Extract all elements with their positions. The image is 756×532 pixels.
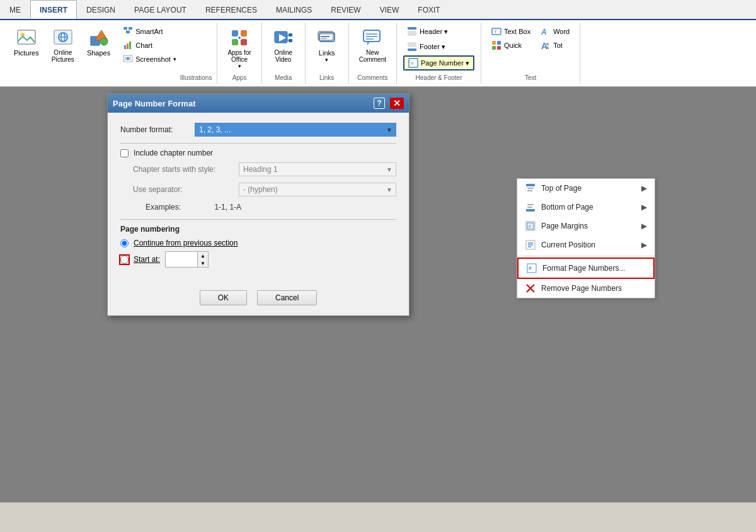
tab-design[interactable]: DESIGN: [77, 1, 125, 19]
svg-text:A: A: [541, 28, 547, 37]
svg-rect-21: [232, 30, 238, 37]
wordart-icon: A: [541, 26, 551, 37]
svg-rect-30: [289, 39, 292, 42]
media-group-label: Media: [275, 72, 292, 81]
format-icon: #: [526, 263, 537, 274]
top-of-page-label: Top of Page: [541, 184, 581, 193]
page-number-dropdown: Top of Page ▶ Bottom of Page ▶ #: [517, 178, 655, 298]
smartart-button[interactable]: SmartArt: [119, 25, 180, 38]
apps-label2: Office: [231, 56, 248, 63]
chart-label: Chart: [135, 42, 152, 49]
svg-rect-65: [526, 209, 535, 212]
chart-icon: [123, 40, 133, 50]
svg-rect-46: [408, 27, 416, 30]
wordart-button[interactable]: A Word: [537, 25, 573, 38]
online-pictures-label2: Pictures: [52, 56, 74, 63]
chapter-style-select[interactable]: Heading 1 Heading 2 Heading 3: [239, 162, 396, 176]
svg-rect-49: [408, 48, 416, 51]
svg-text:#: #: [529, 224, 531, 229]
tab-review[interactable]: REVIEW: [321, 1, 370, 19]
start-at-spinbox[interactable]: ▲ ▼: [165, 251, 209, 268]
current-position-label: Current Position: [541, 241, 595, 249]
smartart-label: SmartArt: [135, 28, 163, 35]
new-comment-label: New: [366, 49, 379, 56]
svg-rect-56: [492, 46, 496, 50]
include-chapter-label: Include chapter number: [134, 149, 213, 157]
media-label: Online: [274, 49, 292, 56]
format-page-numbers-item[interactable]: # Format Page Numbers...: [517, 258, 655, 279]
include-chapter-checkbox[interactable]: [120, 149, 129, 157]
page-number-label: Page Number ▾: [421, 59, 469, 67]
dropcap-button[interactable]: A a a Tot: [537, 39, 573, 52]
new-comment-button[interactable]: New Comment: [355, 25, 390, 65]
footer-icon: [407, 42, 417, 52]
tab-insert[interactable]: INSERT: [30, 0, 77, 19]
tab-foxit[interactable]: FOXIT: [408, 1, 449, 19]
screenshot-arrow[interactable]: ▾: [173, 56, 176, 62]
dialog-close-button[interactable]: ✕: [390, 98, 404, 109]
pictures-button[interactable]: Pictures: [10, 25, 43, 59]
apps-group: Apps for Office ▾ Apps: [217, 23, 261, 84]
footer-button[interactable]: Footer ▾: [403, 40, 474, 53]
dialog-help-button[interactable]: ?: [374, 98, 385, 109]
tab-view[interactable]: VIEW: [370, 1, 409, 19]
svg-text:#: #: [411, 60, 414, 66]
bottom-of-page-item[interactable]: Bottom of Page ▶: [517, 198, 655, 217]
separator-wrapper: - (hyphen) : (colon) . (period) — (em da…: [239, 183, 396, 196]
dialog-title: Page Number Format: [113, 99, 369, 108]
screenshot-button[interactable]: Screenshot ▾: [119, 53, 180, 65]
header-button[interactable]: Header ▾: [403, 25, 474, 38]
svg-point-36: [319, 32, 321, 33]
start-at-input[interactable]: [166, 254, 197, 265]
svg-rect-17: [129, 42, 131, 49]
continue-radio[interactable]: [120, 239, 129, 247]
spinbox-up[interactable]: ▲: [198, 252, 208, 259]
cancel-button[interactable]: Cancel: [257, 290, 317, 305]
links-arrow[interactable]: ▾: [325, 57, 328, 63]
comment-icon: [362, 28, 382, 48]
svg-point-38: [323, 32, 324, 33]
number-format-select[interactable]: 1, 2, 3, ... A, B, C, ... a, b, c, ... I…: [195, 123, 396, 137]
spinbox-down[interactable]: ▼: [198, 259, 208, 267]
chart-button[interactable]: Chart: [119, 39, 180, 52]
svg-rect-47: [408, 31, 416, 36]
textbox-button[interactable]: T Text Box: [488, 25, 534, 38]
svg-rect-67: [527, 207, 532, 208]
start-at-radio[interactable]: [120, 256, 129, 264]
header-icon: [407, 26, 417, 37]
shapes-label: Shapes: [87, 49, 110, 57]
links-button[interactable]: Links ▾: [312, 25, 342, 65]
quick-parts-icon: [491, 40, 501, 50]
top-of-page-item[interactable]: Top of Page ▶: [517, 179, 655, 198]
screenshot-label: Screenshot: [135, 55, 171, 63]
continue-label: Continue from previous section: [134, 239, 238, 247]
online-pictures-label: Online: [54, 49, 72, 56]
illustrations-group: Pictures Online Pictures: [5, 23, 217, 84]
apps-icon: [229, 28, 249, 48]
svg-rect-22: [241, 30, 247, 37]
online-pictures-button[interactable]: Online Pictures: [48, 25, 78, 65]
tab-me[interactable]: ME: [0, 1, 30, 19]
separator-select[interactable]: - (hyphen) : (colon) . (period) — (em da…: [239, 183, 396, 196]
apps-for-office-button[interactable]: Apps for Office ▾: [224, 25, 255, 72]
apps-arrow[interactable]: ▾: [238, 63, 241, 69]
remove-page-numbers-item[interactable]: Remove Page Numbers: [517, 279, 655, 298]
remove-icon: [525, 283, 536, 294]
page-number-icon: #: [408, 58, 418, 68]
tab-page-layout[interactable]: PAGE LAYOUT: [125, 1, 196, 19]
shapes-button[interactable]: Shapes: [83, 25, 114, 59]
bottom-of-page-arrow: ▶: [641, 203, 647, 212]
ok-button[interactable]: OK: [200, 290, 247, 305]
online-video-button[interactable]: Online Video: [268, 25, 299, 65]
svg-rect-54: [492, 41, 496, 45]
page-number-button[interactable]: # Page Number ▾: [403, 55, 474, 71]
page-margins-item[interactable]: # Page Margins ▶: [517, 217, 655, 235]
apps-label: Apps for: [227, 49, 251, 56]
current-position-item[interactable]: Current Position ▶: [517, 235, 655, 254]
tab-mailings[interactable]: MAILINGS: [266, 1, 321, 19]
text-group-label: Text: [488, 72, 573, 81]
textbox-label: Text Box: [504, 28, 530, 35]
quick-parts-button[interactable]: Quick: [488, 39, 534, 52]
textbox-icon: T: [491, 26, 501, 37]
tab-references[interactable]: REFERENCES: [196, 1, 266, 19]
